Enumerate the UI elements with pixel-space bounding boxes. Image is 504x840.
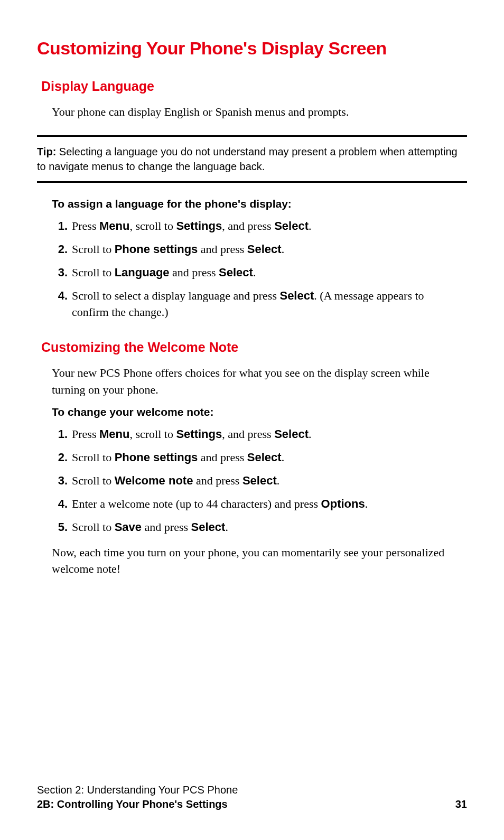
step-text: Scroll to Welcome note and press Select. (72, 472, 456, 489)
step-text: Enter a welcome note (up to 44 character… (72, 496, 456, 512)
step-number: 3. (52, 472, 68, 489)
step-text: Scroll to Language and press Select. (72, 264, 456, 281)
tip-label: Tip: (37, 146, 56, 157)
step-text: Scroll to Save and press Select. (72, 519, 456, 536)
page-number: 31 (455, 798, 467, 810)
section-heading-display-language: Display Language (41, 79, 467, 94)
step-number: 4. (52, 496, 68, 512)
steps-list: 1.Press Menu, scroll to Settings, and pr… (52, 218, 456, 321)
step-number: 1. (52, 218, 68, 235)
step-text: Scroll to Phone settings and press Selec… (72, 449, 456, 466)
section-intro: Your phone can display English or Spanis… (52, 104, 462, 120)
page-title: Customizing Your Phone's Display Screen (37, 38, 467, 59)
footer-subsection: 2B: Controlling Your Phone's Settings (37, 798, 228, 810)
page-footer: Section 2: Understanding Your PCS Phone … (37, 784, 467, 810)
step-text: Scroll to select a display language and … (72, 287, 456, 321)
step-number: 3. (52, 264, 68, 281)
step-number: 1. (52, 426, 68, 443)
step-item: 4.Scroll to select a display language an… (52, 287, 456, 321)
footer-section: Section 2: Understanding Your PCS Phone (37, 784, 467, 796)
steps-list: 1.Press Menu, scroll to Settings, and pr… (52, 426, 456, 535)
subhead: To assign a language for the phone's dis… (52, 198, 467, 210)
step-item: 5.Scroll to Save and press Select. (52, 519, 456, 536)
section-intro: Your new PCS Phone offers choices for wh… (52, 365, 462, 398)
step-item: 3.Scroll to Language and press Select. (52, 264, 456, 281)
step-number: 4. (52, 287, 68, 304)
step-number: 2. (52, 241, 68, 258)
tip-block: Tip: Selecting a language you do not und… (37, 135, 467, 183)
step-text: Press Menu, scroll to Settings, and pres… (72, 426, 456, 443)
step-item: 1.Press Menu, scroll to Settings, and pr… (52, 218, 456, 235)
step-number: 5. (52, 519, 68, 536)
step-item: 2.Scroll to Phone settings and press Sel… (52, 449, 456, 466)
section-heading-welcome-note: Customizing the Welcome Note (41, 340, 467, 355)
step-item: 1.Press Menu, scroll to Settings, and pr… (52, 426, 456, 443)
tip-text: Selecting a language you do not understa… (37, 146, 458, 172)
step-item: 2.Scroll to Phone settings and press Sel… (52, 241, 456, 258)
step-number: 2. (52, 449, 68, 466)
step-item: 4.Enter a welcome note (up to 44 charact… (52, 496, 456, 512)
step-text: Press Menu, scroll to Settings, and pres… (72, 218, 456, 235)
section-outro: Now, each time you turn on your phone, y… (52, 544, 462, 578)
step-item: 3.Scroll to Welcome note and press Selec… (52, 472, 456, 489)
step-text: Scroll to Phone settings and press Selec… (72, 241, 456, 258)
subhead: To change your welcome note: (52, 406, 467, 418)
